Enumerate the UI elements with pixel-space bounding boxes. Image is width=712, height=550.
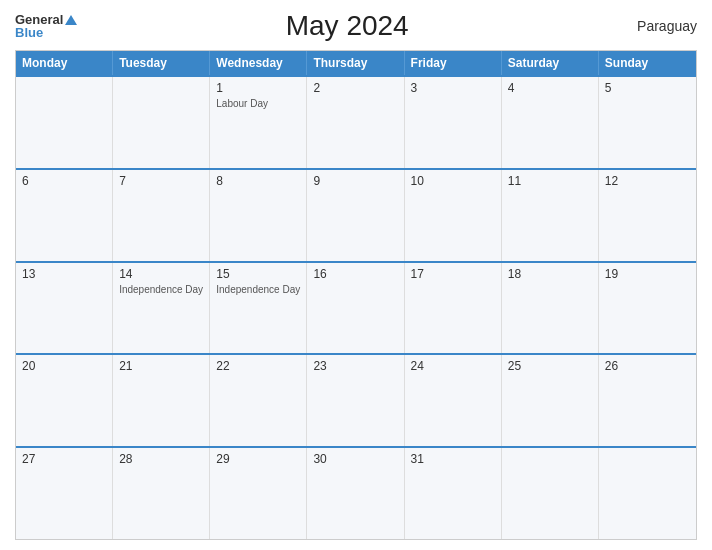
header-saturday: Saturday [502,51,599,75]
week-5: 27 28 29 30 31 [16,446,696,539]
country-label: Paraguay [617,18,697,34]
date-2-thu: 9 [313,174,397,188]
week-3: 13 14 Independence Day 15 Independence D… [16,261,696,354]
cell-w2-thu: 9 [307,170,404,261]
cell-w5-fri: 31 [405,448,502,539]
cell-w5-sun [599,448,696,539]
date-3-sat: 18 [508,267,592,281]
logo: General Blue [15,13,77,39]
date-5-wed: 29 [216,452,300,466]
date-3-fri: 17 [411,267,495,281]
event-1-wed: Labour Day [216,97,300,110]
cell-w1-sun: 5 [599,77,696,168]
cell-w4-mon: 20 [16,355,113,446]
cell-w3-mon: 13 [16,263,113,354]
cell-w5-mon: 27 [16,448,113,539]
header: General Blue May 2024 Paraguay [15,10,697,42]
cell-w2-tue: 7 [113,170,210,261]
logo-blue-text: Blue [15,26,77,39]
cell-w2-fri: 10 [405,170,502,261]
date-5-fri: 31 [411,452,495,466]
header-friday: Friday [405,51,502,75]
cell-w5-sat [502,448,599,539]
cell-w3-fri: 17 [405,263,502,354]
week-1: 1 Labour Day 2 3 4 5 [16,75,696,168]
cell-w1-sat: 4 [502,77,599,168]
date-4-fri: 24 [411,359,495,373]
cell-w3-sun: 19 [599,263,696,354]
header-monday: Monday [16,51,113,75]
cell-w1-wed: 1 Labour Day [210,77,307,168]
calendar-header: Monday Tuesday Wednesday Thursday Friday… [16,51,696,75]
week-2: 6 7 8 9 10 11 12 [16,168,696,261]
event-3-wed: Independence Day [216,283,300,296]
cell-w4-wed: 22 [210,355,307,446]
calendar-title: May 2024 [77,10,617,42]
date-4-sat: 25 [508,359,592,373]
date-1-sun: 5 [605,81,690,95]
date-4-thu: 23 [313,359,397,373]
date-3-mon: 13 [22,267,106,281]
cell-w1-thu: 2 [307,77,404,168]
date-3-tue: 14 [119,267,203,281]
cell-w2-sat: 11 [502,170,599,261]
date-5-thu: 30 [313,452,397,466]
date-4-wed: 22 [216,359,300,373]
date-3-sun: 19 [605,267,690,281]
cell-w5-tue: 28 [113,448,210,539]
cell-w2-wed: 8 [210,170,307,261]
header-wednesday: Wednesday [210,51,307,75]
cell-w4-fri: 24 [405,355,502,446]
date-5-tue: 28 [119,452,203,466]
header-sunday: Sunday [599,51,696,75]
cell-w3-thu: 16 [307,263,404,354]
date-1-sat: 4 [508,81,592,95]
header-tuesday: Tuesday [113,51,210,75]
cell-w5-wed: 29 [210,448,307,539]
cell-w4-sat: 25 [502,355,599,446]
date-3-thu: 16 [313,267,397,281]
cell-w4-sun: 26 [599,355,696,446]
cell-w4-thu: 23 [307,355,404,446]
calendar-body: 1 Labour Day 2 3 4 5 6 [16,75,696,539]
date-2-mon: 6 [22,174,106,188]
date-1-thu: 2 [313,81,397,95]
cell-w2-mon: 6 [16,170,113,261]
date-4-mon: 20 [22,359,106,373]
cell-w3-wed: 15 Independence Day [210,263,307,354]
cell-w3-sat: 18 [502,263,599,354]
cell-w1-tue [113,77,210,168]
date-2-fri: 10 [411,174,495,188]
date-2-tue: 7 [119,174,203,188]
calendar: Monday Tuesday Wednesday Thursday Friday… [15,50,697,540]
page: General Blue May 2024 Paraguay Monday Tu… [0,0,712,550]
header-thursday: Thursday [307,51,404,75]
date-3-wed: 15 [216,267,300,281]
date-1-fri: 3 [411,81,495,95]
cell-w5-thu: 30 [307,448,404,539]
logo-triangle-icon [65,15,77,25]
cell-w1-fri: 3 [405,77,502,168]
date-1-wed: 1 [216,81,300,95]
cell-w2-sun: 12 [599,170,696,261]
cell-w1-mon [16,77,113,168]
date-2-wed: 8 [216,174,300,188]
cell-w3-tue: 14 Independence Day [113,263,210,354]
date-2-sun: 12 [605,174,690,188]
date-2-sat: 11 [508,174,592,188]
event-3-tue: Independence Day [119,283,203,296]
date-5-mon: 27 [22,452,106,466]
week-4: 20 21 22 23 24 25 26 [16,353,696,446]
date-4-sun: 26 [605,359,690,373]
cell-w4-tue: 21 [113,355,210,446]
date-4-tue: 21 [119,359,203,373]
